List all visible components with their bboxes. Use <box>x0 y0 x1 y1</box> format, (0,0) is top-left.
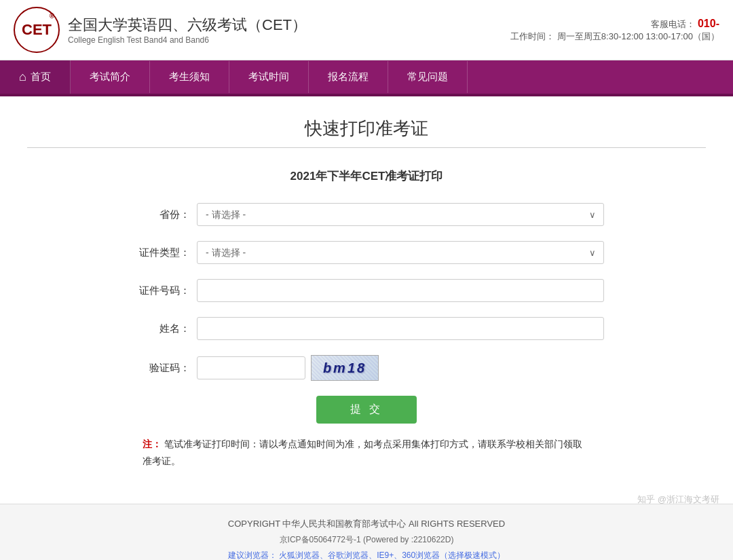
province-control: - 请选择 - <box>197 203 604 226</box>
id-type-select[interactable]: - 请选择 - <box>197 241 604 264</box>
service-phone: 客服电话： 010- <box>510 18 719 31</box>
form-section: 2021年下半年CET准考证打印 省份： - 请选择 - 证件类型： - 请选择… <box>129 168 604 470</box>
captcha-group: bm18 <box>197 355 604 381</box>
header-right: 客服电话： 010- 工作时间： 周一至周五8:30-12:00 13:00-1… <box>510 18 719 43</box>
captcha-image[interactable]: bm18 <box>311 355 379 381</box>
captcha-value: bm18 <box>323 360 366 376</box>
name-input[interactable] <box>197 317 604 340</box>
nav-notice-label: 考生须知 <box>169 71 210 83</box>
captcha-control: bm18 <box>197 355 604 381</box>
footer: COPYRIGHT 中华人民共和国教育部考试中心 All RIGHTS RESE… <box>0 504 733 560</box>
captcha-input[interactable] <box>197 356 305 379</box>
page-title: 快速打印准考证 <box>27 117 706 141</box>
phone-number: 010- <box>698 18 719 29</box>
id-number-row: 证件号码： <box>129 279 604 302</box>
form-subtitle: 2021年下半年CET准考证打印 <box>129 168 604 184</box>
id-number-label: 证件号码： <box>129 284 197 297</box>
notice-label: 注： <box>143 438 162 449</box>
name-row: 姓名： <box>129 317 604 340</box>
nav-intro-label: 考试简介 <box>90 71 130 83</box>
nav-intro[interactable]: 考试简介 <box>71 61 150 93</box>
work-time: 工作时间： 周一至周五8:30-12:00 13:00-17:00（国） <box>510 31 719 43</box>
id-type-row: 证件类型： - 请选择 - <box>129 241 604 264</box>
submit-button[interactable]: 提 交 <box>316 396 417 424</box>
home-icon: ⌂ <box>19 70 26 84</box>
nav-faq-label: 常见问题 <box>407 71 448 83</box>
work-time-value: 周一至周五8:30-12:00 13:00-17:00（国） <box>557 31 719 41</box>
browsers-label: 建议浏览器： <box>228 550 277 560</box>
province-label: 省份： <box>129 208 197 221</box>
title-divider <box>27 147 706 148</box>
nav-register-label: 报名流程 <box>328 71 369 83</box>
submit-row: 提 交 <box>129 396 604 424</box>
navigation: ⌂ 首页 考试简介 考生须知 考试时间 报名流程 常见问题 <box>0 60 733 94</box>
captcha-label: 验证码： <box>129 362 197 375</box>
province-select[interactable]: - 请选择 - <box>197 203 604 226</box>
id-number-input[interactable] <box>197 279 604 302</box>
header-left: CET 全国大学英语四、六级考试（CET） College English Te… <box>14 7 307 53</box>
service-label: 客服电话： <box>651 19 695 29</box>
name-label: 姓名： <box>129 322 197 335</box>
main-content: 快速打印准考证 2021年下半年CET准考证打印 省份： - 请选择 - 证件类… <box>0 96 733 490</box>
nav-register[interactable]: 报名流程 <box>309 61 388 93</box>
nav-home[interactable]: ⌂ 首页 <box>0 60 71 94</box>
province-select-wrapper: - 请选择 - <box>197 203 604 226</box>
footer-icp: 京ICP备05064772号-1 (Powered by :2210622D) <box>14 534 719 546</box>
id-number-control <box>197 279 604 302</box>
notice-content: 笔试准考证打印时间：请以考点通知时间为准，如考点采用集体打印方式，请联系学校相关… <box>143 438 582 466</box>
province-row: 省份： - 请选择 - <box>129 203 604 226</box>
notice-text: 注： 笔试准考证打印时间：请以考点通知时间为准，如考点采用集体打印方式，请联系学… <box>143 436 590 470</box>
nav-home-label: 首页 <box>31 71 51 83</box>
logo-text: CET <box>22 21 52 39</box>
id-type-label: 证件类型： <box>129 246 197 259</box>
footer-copyright: COPYRIGHT 中华人民共和国教育部考试中心 All RIGHTS RESE… <box>14 518 719 530</box>
work-time-label: 工作时间： <box>510 31 555 41</box>
footer-browsers: 建议浏览器： 火狐浏览器、谷歌浏览器、IE9+、360浏览器（选择极速模式） <box>14 550 719 560</box>
header: CET 全国大学英语四、六级考试（CET） College English Te… <box>0 0 733 60</box>
captcha-row: 验证码： bm18 <box>129 355 604 381</box>
header-title: 全国大学英语四、六级考试（CET） College English Test B… <box>68 15 307 45</box>
id-type-select-wrapper: - 请选择 - <box>197 241 604 264</box>
notice-section: 注： 笔试准考证打印时间：请以考点通知时间为准，如考点采用集体打印方式，请联系学… <box>129 436 604 470</box>
site-subtitle: College English Test Band4 and Band6 <box>68 35 307 45</box>
browsers-list: 火狐浏览器、谷歌浏览器、IE9+、360浏览器（选择极速模式） <box>279 550 505 560</box>
nav-notice[interactable]: 考生须知 <box>150 61 229 93</box>
site-title: 全国大学英语四、六级考试（CET） <box>68 15 307 35</box>
name-control <box>197 317 604 340</box>
id-type-control: - 请选择 - <box>197 241 604 264</box>
nav-time-label: 考试时间 <box>248 71 289 83</box>
nav-time[interactable]: 考试时间 <box>229 61 309 93</box>
logo: CET <box>14 7 60 53</box>
nav-faq[interactable]: 常见问题 <box>388 61 468 93</box>
